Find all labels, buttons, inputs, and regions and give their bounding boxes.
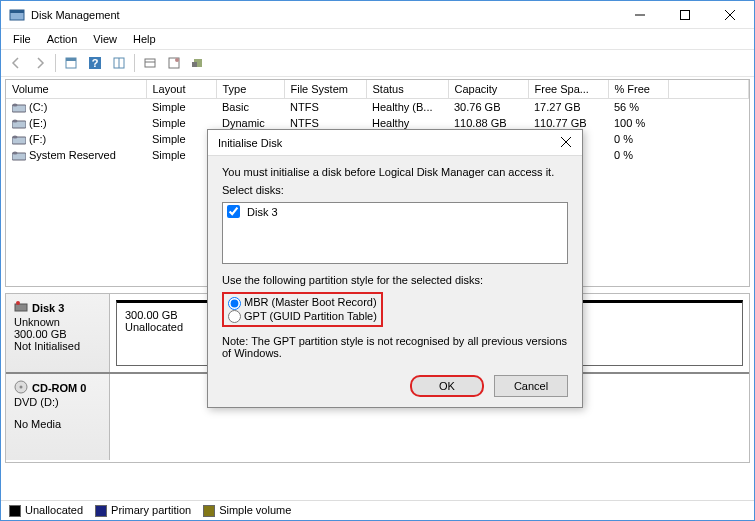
svg-rect-1 <box>10 10 24 13</box>
disk-init: Not Initialised <box>14 340 101 352</box>
disk-title: Disk 3 <box>32 302 64 314</box>
cdrom-icon <box>14 380 28 396</box>
toolbar-btn-5[interactable] <box>163 52 185 74</box>
toolbar-btn-1[interactable] <box>60 52 82 74</box>
close-button[interactable] <box>707 1 752 28</box>
close-icon[interactable] <box>556 137 576 149</box>
disk-sub: DVD (D:) <box>14 396 101 408</box>
gpt-radio[interactable] <box>228 310 241 323</box>
svg-rect-26 <box>15 304 27 311</box>
svg-point-15 <box>175 58 179 62</box>
col-pctfree[interactable]: % Free <box>608 80 668 99</box>
svg-text:?: ? <box>92 57 99 69</box>
col-fs[interactable]: File System <box>284 80 366 99</box>
disk-header: CD-ROM 0 DVD (D:) No Media <box>6 374 110 460</box>
disk-media: No Media <box>14 418 101 430</box>
svg-point-25 <box>13 152 18 155</box>
toolbar-btn-4[interactable] <box>139 52 161 74</box>
disk-header: Disk 3 Unknown 300.00 GB Not Initialised <box>6 294 110 372</box>
help-button[interactable]: ? <box>84 52 106 74</box>
svg-point-29 <box>20 386 23 389</box>
svg-rect-17 <box>192 62 197 67</box>
legend-simple: Simple volume <box>203 504 291 517</box>
minimize-button[interactable] <box>617 1 662 28</box>
toolbar-separator <box>55 54 56 72</box>
volume-icon <box>12 119 26 129</box>
svg-rect-12 <box>145 59 155 67</box>
legend-primary: Primary partition <box>95 504 191 517</box>
col-status[interactable]: Status <box>366 80 448 99</box>
forward-button[interactable] <box>29 52 51 74</box>
volume-icon <box>12 103 26 113</box>
maximize-button[interactable] <box>662 1 707 28</box>
svg-point-21 <box>13 120 18 123</box>
disk-select-list[interactable]: Disk 3 <box>222 202 568 264</box>
toolbar: ? <box>1 49 754 77</box>
svg-point-23 <box>13 136 18 139</box>
table-row[interactable]: (C:)SimpleBasicNTFSHealthy (B...30.76 GB… <box>6 99 749 116</box>
menu-file[interactable]: File <box>5 31 39 47</box>
col-volume[interactable]: Volume <box>6 80 146 99</box>
volume-icon <box>12 151 26 161</box>
svg-rect-3 <box>680 10 689 19</box>
disk-size: 300.00 GB <box>14 328 101 340</box>
table-header-row: Volume Layout Type File System Status Ca… <box>6 80 749 99</box>
cancel-button[interactable]: Cancel <box>494 375 568 397</box>
legend-unallocated: Unallocated <box>9 504 83 517</box>
gpt-note: Note: The GPT partition style is not rec… <box>222 335 568 359</box>
disk-title: CD-ROM 0 <box>32 382 86 394</box>
legend-bar: Unallocated Primary partition Simple vol… <box>1 500 754 520</box>
disk-status: Unknown <box>14 316 101 328</box>
initialize-disk-dialog: Initialise Disk You must initialise a di… <box>207 129 583 408</box>
gpt-option[interactable]: GPT (GUID Partition Table) <box>228 310 377 324</box>
mbr-option[interactable]: MBR (Master Boot Record) <box>228 296 377 310</box>
menu-view[interactable]: View <box>85 31 125 47</box>
toolbar-btn-3[interactable] <box>108 52 130 74</box>
ok-button[interactable]: OK <box>410 375 484 397</box>
mbr-radio[interactable] <box>228 297 241 310</box>
dialog-message: You must initialise a disk before Logica… <box>222 166 568 178</box>
col-capacity[interactable]: Capacity <box>448 80 528 99</box>
menu-help[interactable]: Help <box>125 31 164 47</box>
svg-rect-7 <box>66 58 76 61</box>
col-free[interactable]: Free Spa... <box>528 80 608 99</box>
disk-icon <box>14 300 28 316</box>
partition-style-label: Use the following partition style for th… <box>222 274 568 286</box>
col-type[interactable]: Type <box>216 80 284 99</box>
partition-style-group: MBR (Master Boot Record) GPT (GUID Parti… <box>222 292 383 327</box>
svg-point-27 <box>16 301 20 305</box>
volume-icon <box>12 135 26 145</box>
menu-action[interactable]: Action <box>39 31 86 47</box>
svg-point-19 <box>13 104 18 107</box>
window-titlebar: Disk Management <box>1 1 754 29</box>
toolbar-btn-6[interactable] <box>187 52 209 74</box>
dialog-title: Initialise Disk <box>218 137 556 149</box>
col-layout[interactable]: Layout <box>146 80 216 99</box>
toolbar-separator <box>134 54 135 72</box>
app-icon <box>9 7 25 23</box>
col-extra[interactable] <box>668 80 749 99</box>
dialog-titlebar[interactable]: Initialise Disk <box>208 130 582 156</box>
disk-checkbox-item[interactable]: Disk 3 <box>227 205 563 218</box>
select-disks-label: Select disks: <box>222 184 568 196</box>
menu-bar: File Action View Help <box>1 29 754 49</box>
back-button[interactable] <box>5 52 27 74</box>
window-title: Disk Management <box>31 9 617 21</box>
disk3-checkbox[interactable] <box>227 205 240 218</box>
